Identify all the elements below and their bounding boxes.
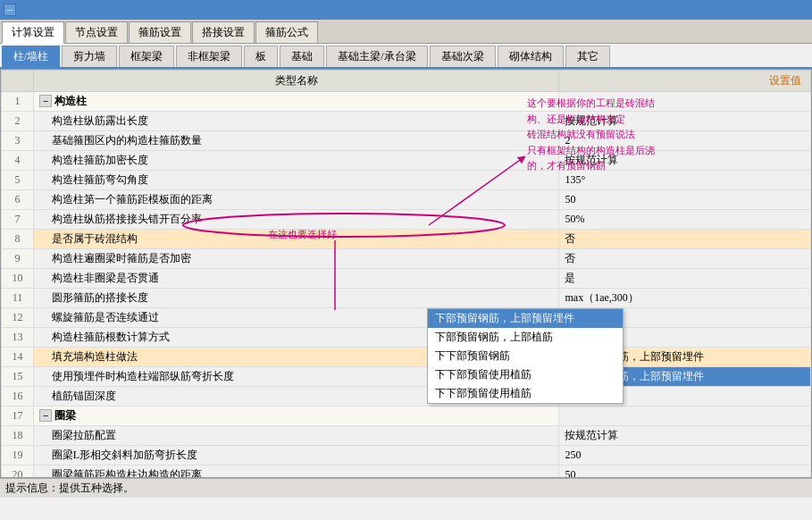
tab-other[interactable]: 其它 xyxy=(565,46,610,67)
row-value[interactable]: 按规范计算 xyxy=(559,426,811,446)
dropdown-item-4[interactable]: 下下部预留使用植筋 xyxy=(428,384,623,403)
row-number: 20 xyxy=(2,465,34,479)
table-row: 15使用预埋件时构造柱端部纵筋弯折长度下部预留钢筋，上部预留埋件 xyxy=(2,367,811,387)
row-number: 18 xyxy=(2,426,34,446)
status-bar: 提示信息：提供五种选择。 xyxy=(0,478,812,498)
row-label[interactable]: 基础箍围区内的构造柱箍筋数量 xyxy=(33,131,559,151)
row-label[interactable]: 构造柱非圈梁是否贯通 xyxy=(33,269,559,289)
col-name-header: 类型名称 xyxy=(33,71,559,92)
row-number: 9 xyxy=(2,249,34,269)
row-number: 2 xyxy=(2,112,34,131)
row-value[interactable]: 否 xyxy=(559,230,811,249)
table-row: 3基础箍围区内的构造柱箍筋数量2 xyxy=(2,131,811,151)
row-number: 8 xyxy=(2,230,34,249)
row-number: 3 xyxy=(2,131,34,151)
row-value[interactable]: 按规范计算 xyxy=(559,151,811,171)
section-label: 圈梁 xyxy=(54,409,76,422)
col-num-header xyxy=(2,71,34,92)
table-row: 13构造柱箍筋根数计算方式向上取整+1 xyxy=(2,328,811,348)
row-number: 16 xyxy=(2,387,34,407)
table-row: 8是否属于砖混结构否 xyxy=(2,230,811,249)
row-number: 7 xyxy=(2,210,34,230)
tab-foundation[interactable]: 基础 xyxy=(280,46,324,67)
row-value[interactable]: 是 xyxy=(559,269,811,289)
table-row: 9构造柱遍圈梁时箍筋是否加密否 xyxy=(2,249,811,269)
table-row: 19圈梁L形相交斜料加筋弯折长度250 xyxy=(2,446,811,465)
row-value[interactable]: 50 xyxy=(559,190,811,210)
table-container[interactable]: 类型名称 设置值 1− 构造柱2构造柱纵筋露出长度按规范计算3基础箍围区内的构造… xyxy=(0,69,812,478)
row-value[interactable] xyxy=(559,407,811,426)
table-row: 20圈梁箍筋距构造柱边构造的距离50 xyxy=(2,465,811,479)
top-tab-bar: 计算设置 节点设置 箍筋设置 搭接设置 箍筋公式 xyxy=(0,20,812,44)
tab-column[interactable]: 柱/墙柱 xyxy=(2,46,60,67)
row-number: 4 xyxy=(2,151,34,171)
tab-calc-settings[interactable]: 计算设置 xyxy=(2,21,64,44)
tab-stirrup-formula[interactable]: 箍筋公式 xyxy=(255,21,318,43)
row-label[interactable]: 构造柱遍圈梁时箍筋是否加密 xyxy=(33,249,559,269)
row-value[interactable]: 否 xyxy=(559,249,811,269)
row-value[interactable]: 2 xyxy=(559,131,811,151)
dropdown-item-0[interactable]: 下部预留钢筋，上部预留埋件 xyxy=(428,309,623,328)
table-row: 16植筋锚固深度 xyxy=(2,387,811,407)
tab-slab[interactable]: 板 xyxy=(244,46,278,67)
row-value[interactable] xyxy=(559,92,811,112)
tab-secondary-beam[interactable]: 基础次梁 xyxy=(430,46,496,67)
section-label: 构造柱 xyxy=(54,95,87,107)
dropdown-item-2[interactable]: 下下部预留钢筋 xyxy=(428,347,623,365)
row-value[interactable]: 135° xyxy=(559,171,811,190)
row-label[interactable]: 构造柱纵筋露出长度 xyxy=(33,112,559,131)
row-label[interactable]: 圈梁L形相交斜料加筋弯折长度 xyxy=(33,446,559,465)
table-row: 18圈梁拉筋配置按规范计算 xyxy=(2,426,811,446)
col-value-header: 设置值 xyxy=(559,71,811,92)
row-label[interactable]: 圈梁箍筋距构造柱边构造的距离 xyxy=(33,465,559,479)
table-row: 5构造柱箍筋弯勾角度135° xyxy=(2,171,811,190)
tab-shear-wall[interactable]: 剪力墙 xyxy=(62,46,117,67)
tab-node-settings[interactable]: 节点设置 xyxy=(65,21,128,43)
row-value[interactable]: 50% xyxy=(559,210,811,230)
dropdown-item-3[interactable]: 下下部预留使用植筋 xyxy=(428,365,623,384)
row-label[interactable]: 圈梁拉筋配置 xyxy=(33,426,559,446)
row-value[interactable]: 50 xyxy=(559,465,811,479)
row-label[interactable]: 构造柱箍筋弯勾角度 xyxy=(33,171,559,190)
row-number: 5 xyxy=(2,171,34,190)
window-controls[interactable]: ─ xyxy=(4,4,16,16)
row-value[interactable]: max（1ae,300） xyxy=(559,289,811,308)
row-label[interactable]: 是否属于砖混结构 xyxy=(33,230,559,249)
row-number: 11 xyxy=(2,289,34,308)
row-value[interactable]: 按规范计算 xyxy=(559,112,811,131)
dropdown-item-1[interactable]: 下部预留钢筋，上部植筋 xyxy=(428,328,623,347)
minimize-btn[interactable]: ─ xyxy=(4,4,16,16)
row-label[interactable]: 构造柱箍筋加密长度 xyxy=(33,151,559,171)
table-row: 17− 圈梁 xyxy=(2,407,811,426)
dropdown-list[interactable]: 下部预留钢筋，上部预留埋件 下部预留钢筋，上部植筋 下下部预留钢筋 下下部预留使… xyxy=(427,308,624,404)
table-row: 6构造柱第一个箍筋距模板面的距离50 xyxy=(2,190,811,210)
row-number: 14 xyxy=(2,348,34,367)
row-number: 19 xyxy=(2,446,34,465)
table-row: 1− 构造柱 xyxy=(2,92,811,112)
second-tab-bar: 柱/墙柱 剪力墙 框架梁 非框架梁 板 基础 基础主梁/承台梁 基础次梁 砌体结… xyxy=(0,44,812,69)
table-row: 11圆形箍筋的搭接长度max（1ae,300） xyxy=(2,289,811,308)
collapse-btn[interactable]: − xyxy=(39,409,52,422)
row-label[interactable]: 构造柱第一个箍筋距模板面的距离 xyxy=(33,190,559,210)
table-row: 12螺旋箍筋是否连续通过是 xyxy=(2,308,811,328)
tab-non-frame-beam[interactable]: 非框架梁 xyxy=(176,46,242,67)
row-number: 17 xyxy=(2,407,34,426)
collapse-btn[interactable]: − xyxy=(39,95,52,107)
table-row: 10构造柱非圈梁是否贯通是 xyxy=(2,269,811,289)
row-label[interactable]: 圆形箍筋的搭接长度 xyxy=(33,289,559,308)
table-row: 2构造柱纵筋露出长度按规范计算 xyxy=(2,112,811,131)
tab-foundation-beam[interactable]: 基础主梁/承台梁 xyxy=(326,46,427,67)
tab-masonry[interactable]: 砌体结构 xyxy=(498,46,564,67)
row-value[interactable]: 250 xyxy=(559,446,811,465)
row-label[interactable]: 构造柱纵筋搭接接头错开百分率 xyxy=(33,210,559,230)
row-number: 15 xyxy=(2,367,34,387)
row-label: − 圈梁 xyxy=(33,407,559,426)
status-text: 提示信息：提供五种选择。 xyxy=(5,482,134,494)
row-number: 6 xyxy=(2,190,34,210)
row-number: 12 xyxy=(2,308,34,328)
tab-stirrup-settings[interactable]: 箍筋设置 xyxy=(129,21,191,43)
tab-frame-beam[interactable]: 框架梁 xyxy=(119,46,174,67)
tab-splice-settings[interactable]: 搭接设置 xyxy=(192,21,255,43)
main-area: 类型名称 设置值 1− 构造柱2构造柱纵筋露出长度按规范计算3基础箍围区内的构造… xyxy=(0,69,812,478)
row-number: 10 xyxy=(2,269,34,289)
